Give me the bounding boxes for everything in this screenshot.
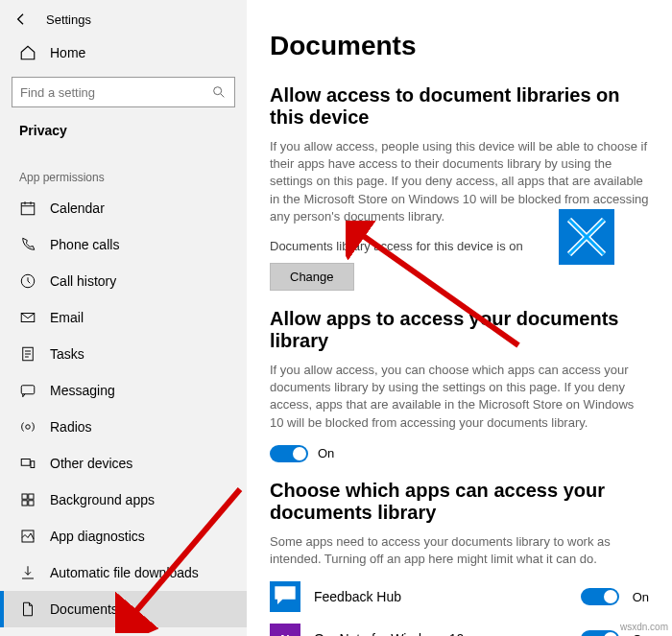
devices-icon [19, 455, 36, 472]
sidebar-item-label: Background apps [50, 492, 155, 507]
sidebar-item-label: Tasks [50, 346, 84, 362]
search-input[interactable] [20, 85, 211, 100]
sidebar-item-app-diagnostics[interactable]: App diagnostics [0, 518, 247, 554]
svg-rect-8 [31, 461, 35, 468]
sidebar-item-label: Radios [50, 419, 92, 435]
svg-rect-10 [29, 494, 34, 499]
app-name: Feedback Hub [314, 589, 567, 604]
app-toggle-feedback-hub[interactable] [581, 588, 619, 605]
app-access-toggle-label: On [318, 446, 334, 460]
nav-list: Calendar Phone calls Call history Email … [0, 190, 247, 636]
sidebar-item-automatic-file-downloads[interactable]: Automatic file downloads [0, 554, 247, 591]
main-content: Documents Allow access to document libra… [247, 0, 672, 636]
home-icon [19, 44, 36, 61]
watermark: wsxdn.com [620, 622, 668, 632]
sidebar-item-label: App diagnostics [50, 529, 145, 544]
section-heading-device-access: Allow access to document libraries on th… [270, 84, 649, 129]
app-toggle-label: On [633, 590, 649, 604]
section-heading-choose-apps: Choose which apps can access your docume… [270, 480, 649, 524]
windows-logo-tile [559, 209, 614, 265]
category-label: Privacy [0, 113, 247, 153]
diagnostics-icon [19, 528, 36, 545]
tasks-icon [19, 345, 36, 363]
svg-point-0 [214, 87, 222, 95]
download-icon [19, 564, 36, 581]
change-button[interactable]: Change [270, 263, 354, 291]
sidebar-item-radios[interactable]: Radios [0, 409, 247, 445]
phone-icon [19, 236, 36, 253]
back-button[interactable] [12, 10, 31, 29]
app-name: OneNote for Windows 10 [314, 631, 567, 636]
background-apps-icon [19, 491, 36, 508]
calendar-icon [19, 200, 36, 217]
app-toggle-label: On [633, 632, 649, 636]
arrow-left-icon [13, 12, 29, 27]
app-toggle-onenote[interactable] [581, 630, 619, 636]
sidebar-item-label: Phone calls [50, 237, 119, 252]
svg-rect-7 [21, 459, 30, 466]
section-desc-app-access: If you allow access, you can choose whic… [270, 362, 649, 432]
sidebar-item-label: Call history [50, 273, 116, 289]
sidebar-item-phone-calls[interactable]: Phone calls [0, 226, 247, 263]
sidebar-item-messaging[interactable]: Messaging [0, 372, 247, 409]
svg-rect-1 [21, 203, 35, 215]
sidebar-item-label: Email [50, 310, 84, 325]
svg-rect-12 [29, 501, 34, 506]
feedback-hub-icon [270, 581, 300, 612]
app-row-feedback-hub: Feedback Hub On [270, 581, 649, 612]
svg-rect-5 [21, 386, 35, 394]
sidebar-item-label: Automatic file downloads [50, 565, 199, 580]
sidebar-item-tasks[interactable]: Tasks [0, 336, 247, 372]
section-heading-app-access: Allow apps to access your documents libr… [270, 308, 649, 352]
search-icon [211, 84, 227, 100]
svg-rect-11 [22, 501, 27, 506]
settings-sidebar: Settings Home Privacy App permissions Ca… [0, 0, 247, 636]
nav-home-label: Home [50, 45, 85, 60]
radio-icon [19, 418, 36, 436]
windows-x-logo-icon [567, 218, 606, 256]
sidebar-item-calendar[interactable]: Calendar [0, 190, 247, 226]
sidebar-item-email[interactable]: Email [0, 299, 247, 336]
onenote-icon: N [270, 624, 300, 636]
app-row-onenote: N OneNote for Windows 10 On [270, 624, 649, 636]
search-box[interactable] [12, 77, 235, 107]
email-icon [19, 309, 36, 326]
call-history-icon [19, 272, 36, 290]
svg-point-6 [26, 425, 31, 430]
nav-home[interactable]: Home [0, 35, 247, 71]
sidebar-item-label: Calendar [50, 200, 105, 216]
svg-rect-9 [22, 494, 27, 499]
sidebar-item-documents[interactable]: Documents [0, 591, 247, 627]
sidebar-item-background-apps[interactable]: Background apps [0, 482, 247, 518]
section-label: App permissions [0, 153, 247, 190]
page-title: Documents [270, 31, 649, 61]
sidebar-item-call-history[interactable]: Call history [0, 263, 247, 299]
app-access-toggle[interactable] [270, 445, 308, 462]
section-desc-choose-apps: Some apps need to access your documents … [270, 533, 649, 568]
window-header: Settings [0, 0, 247, 35]
document-icon [19, 601, 36, 618]
sidebar-item-label: Messaging [50, 383, 115, 398]
messaging-icon [19, 382, 36, 399]
window-title: Settings [46, 12, 91, 27]
sidebar-item-label: Other devices [50, 456, 132, 471]
sidebar-item-other-devices[interactable]: Other devices [0, 445, 247, 482]
sidebar-item-label: Documents [50, 601, 118, 617]
